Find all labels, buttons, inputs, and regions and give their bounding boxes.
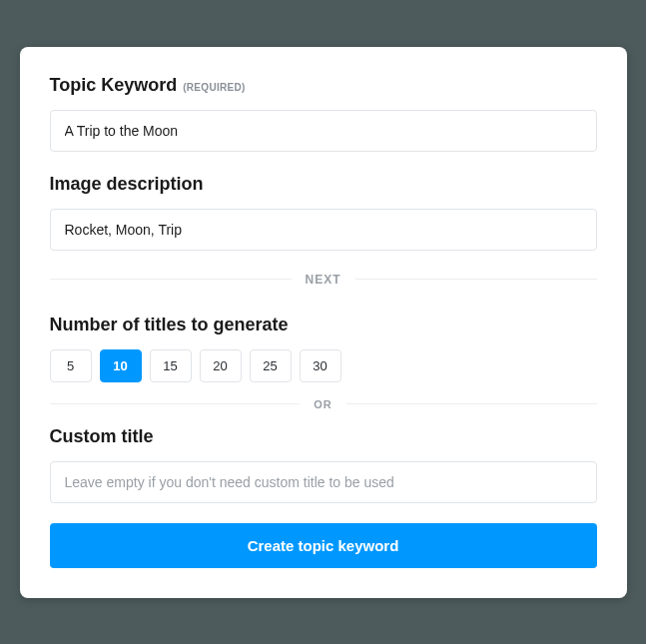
or-divider-text: OR [314,398,332,410]
titles-option-15[interactable]: 15 [150,349,192,382]
titles-count-group: Number of titles to generate 51015202530 [50,315,597,382]
divider-line [355,279,597,280]
titles-option-30[interactable]: 30 [300,349,341,382]
image-description-input[interactable] [50,209,597,251]
custom-title-input[interactable] [50,461,597,503]
topic-keyword-group: Topic Keyword (REQUIRED) [50,75,597,152]
required-tag: (REQUIRED) [183,82,245,93]
titles-option-20[interactable]: 20 [200,349,242,382]
form-card: Topic Keyword (REQUIRED) Image descripti… [20,47,627,598]
divider-line [50,403,301,404]
topic-keyword-label: Topic Keyword [50,75,178,96]
image-description-label: Image description [50,174,597,195]
create-topic-keyword-button[interactable]: Create topic keyword [50,523,597,568]
titles-count-options: 51015202530 [50,349,597,382]
topic-keyword-label-row: Topic Keyword (REQUIRED) [50,75,597,96]
next-divider-text: NEXT [306,273,341,287]
custom-title-label: Custom title [50,426,597,447]
image-description-group: Image description [50,174,597,251]
divider-line [50,279,292,280]
next-divider: NEXT [50,273,597,287]
divider-line [346,403,597,404]
titles-option-25[interactable]: 25 [250,349,292,382]
titles-option-10[interactable]: 10 [100,349,142,382]
topic-keyword-input[interactable] [50,110,597,152]
titles-count-label: Number of titles to generate [50,315,597,335]
custom-title-group: Custom title [50,426,597,503]
or-divider: OR [50,398,597,410]
titles-option-5[interactable]: 5 [50,349,92,382]
